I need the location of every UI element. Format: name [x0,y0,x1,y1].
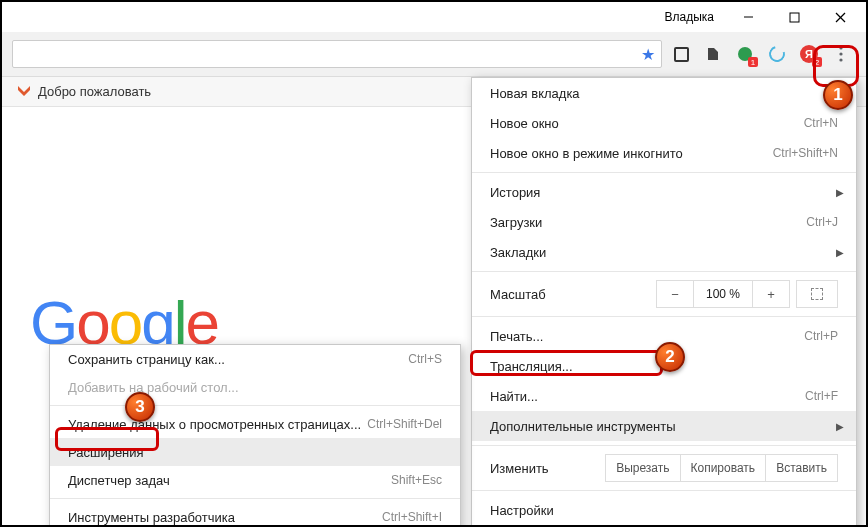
label: Печать... [490,329,804,344]
shortcut: Ctrl+Shift+I [382,510,442,524]
svg-point-7 [839,58,842,61]
label: Расширения [68,445,442,460]
svg-point-5 [839,46,842,49]
minimize-button[interactable] [726,3,770,31]
menu-item-bookmarks[interactable]: Закладки▶ [472,237,856,267]
fullscreen-icon [811,288,823,300]
evernote-icon[interactable] [704,45,722,63]
shortcut: Ctrl+Shift+N [773,146,838,160]
zoom-in-button[interactable]: + [752,280,790,308]
bookmark-item[interactable]: Добро пожаловать [38,84,151,99]
submenu-save-as[interactable]: Сохранить страницу как...Ctrl+S [50,345,460,373]
label: Сохранить страницу как... [68,352,408,367]
close-button[interactable] [818,3,862,31]
window-titlebar: Владыка [2,2,866,32]
label: Добавить на рабочий стол... [68,380,442,395]
shortcut: Ctrl+P [804,329,838,343]
fullscreen-button[interactable] [796,280,838,308]
zoom-out-button[interactable]: − [656,280,694,308]
menu-item-downloads[interactable]: ЗагрузкиCtrl+J [472,207,856,237]
user-name: Владыка [665,10,715,24]
address-bar[interactable]: ★ [12,40,662,68]
zoom-value: 100 % [693,280,753,308]
label: Инструменты разработчика [68,510,382,525]
menu-item-incognito[interactable]: Новое окно в режиме инкогнитоCtrl+Shift+… [472,138,856,168]
paste-button[interactable]: Вставить [765,454,838,482]
label: Изменить [490,461,606,476]
yandex-icon[interactable]: Я2 [800,45,818,63]
pocket-icon[interactable] [672,45,690,63]
label: История [490,185,838,200]
shortcut: Shift+Esc [391,473,442,487]
label: Закладки [490,245,838,260]
extensions-area: 1 Я2 [672,45,818,63]
extension-green-icon[interactable]: 1 [736,45,754,63]
menu-item-settings[interactable]: Настройки [472,495,856,525]
maximize-button[interactable] [772,3,816,31]
menu-item-new-window[interactable]: Новое окноCtrl+N [472,108,856,138]
label: Новое окно [490,116,804,131]
submenu-clear-data[interactable]: Удаление данных о просмотренных страница… [50,410,460,438]
copy-button[interactable]: Копировать [680,454,767,482]
shortcut: Ctrl+Shift+Del [367,417,442,431]
browser-toolbar: ★ 1 Я2 [2,32,866,77]
svg-point-6 [839,52,842,55]
svg-rect-1 [790,13,799,22]
menu-item-new-tab[interactable]: Новая вкладка [472,78,856,108]
bookmark-star-icon[interactable]: ★ [641,45,655,64]
submenu-add-desktop: Добавить на рабочий стол... [50,373,460,401]
menu-item-more-tools[interactable]: Дополнительные инструменты▶ [472,411,856,441]
menu-item-cast[interactable]: Трансляция... [472,351,856,381]
submenu-task-manager[interactable]: Диспетчер задачShift+Esc [50,466,460,494]
shortcut: Ctrl+S [408,352,442,366]
more-tools-submenu: Сохранить страницу как...Ctrl+S Добавить… [49,344,461,527]
shortcut: Ctrl+J [806,215,838,229]
badge-count: 1 [748,57,758,67]
label: Новое окно в режиме инкогнито [490,146,773,161]
label: Новая вкладка [490,86,838,101]
menu-item-history[interactable]: История▶ [472,177,856,207]
badge-count: 2 [812,57,822,67]
submenu-extensions[interactable]: Расширения [50,438,460,466]
shortcut: Ctrl+N [804,116,838,130]
chevron-right-icon: ▶ [836,247,844,258]
menu-item-print[interactable]: Печать...Ctrl+P [472,321,856,351]
chevron-right-icon: ▶ [836,421,844,432]
bookmark-item-icon [16,84,32,100]
label: Загрузки [490,215,806,230]
label: Найти... [490,389,805,404]
menu-item-find[interactable]: Найти...Ctrl+F [472,381,856,411]
chevron-right-icon: ▶ [836,187,844,198]
label: Диспетчер задач [68,473,391,488]
cut-button[interactable]: Вырезать [605,454,680,482]
label: Масштаб [490,287,657,302]
zoom-row: Масштаб − 100 % + [472,276,856,312]
edit-row: Изменить Вырезать Копировать Вставить [472,450,856,486]
main-menu: Новая вкладка Новое окноCtrl+N Новое окн… [471,77,857,527]
label: Настройки [490,503,838,518]
extension-circle-icon[interactable] [768,45,786,63]
menu-button[interactable] [826,39,856,69]
label: Удаление данных о просмотренных страница… [68,417,367,432]
shortcut: Ctrl+F [805,389,838,403]
label: Трансляция... [490,359,838,374]
submenu-devtools[interactable]: Инструменты разработчикаCtrl+Shift+I [50,503,460,527]
label: Дополнительные инструменты [490,419,838,434]
